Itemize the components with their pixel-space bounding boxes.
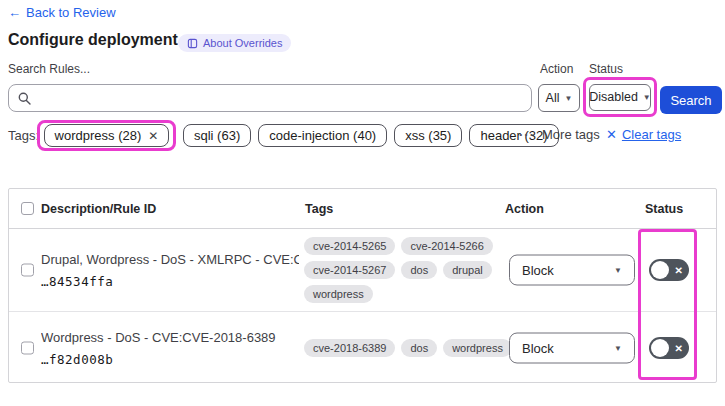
status-toggle[interactable]: ✕ bbox=[649, 259, 689, 281]
tag-chip: dos bbox=[401, 261, 437, 279]
table-header-row: Description/Rule ID Tags Action Status bbox=[9, 189, 716, 229]
clear-x-icon: ✕ bbox=[606, 127, 617, 142]
col-action: Action bbox=[505, 202, 544, 216]
action-select[interactable]: Block ▼ bbox=[509, 255, 635, 286]
tag-filter-wordpress[interactable]: wordpress (28) ✕ bbox=[44, 124, 170, 147]
search-icon bbox=[18, 92, 31, 105]
action-select-value: Block bbox=[522, 263, 554, 278]
tag-filter[interactable]: sqli (63) bbox=[183, 124, 251, 147]
tags-label: Tags: bbox=[8, 128, 39, 143]
action-filter-label: Action bbox=[540, 62, 573, 76]
action-filter-value: All bbox=[546, 91, 560, 105]
action-select[interactable]: Block ▼ bbox=[509, 332, 635, 363]
tag-filter-list: sqli (63)code-injection (40)xss (35)head… bbox=[183, 124, 559, 147]
toggle-knob bbox=[651, 339, 669, 357]
col-tags: Tags bbox=[305, 202, 333, 216]
selected-tag-highlight: wordpress (28) ✕ bbox=[37, 120, 176, 151]
row-action-cell: Block ▼ bbox=[509, 255, 635, 286]
row-checkbox[interactable] bbox=[21, 264, 34, 277]
more-tags-label: More tags bbox=[542, 127, 600, 142]
back-link-label: Back to Review bbox=[26, 5, 116, 20]
table-row: Drupal, Wordpress - DoS - XMLRPC - CVE:C… bbox=[9, 229, 716, 312]
tag-chip: wordpress bbox=[304, 285, 373, 303]
row-description: Wordpress - DoS - CVE:CVE-2018-6389 bbox=[41, 329, 299, 344]
clear-tags-link[interactable]: ✕ Clear tags bbox=[606, 127, 681, 142]
row-checkbox[interactable] bbox=[21, 341, 34, 354]
tag-chip: dos bbox=[401, 339, 437, 357]
select-all-checkbox[interactable] bbox=[21, 202, 34, 215]
row-rule-id: …84534ffa bbox=[41, 274, 299, 289]
row-rule-id: …f82d008b bbox=[41, 351, 299, 366]
status-filter-highlight: Disabled ▼ bbox=[583, 77, 657, 117]
table-rows: Drupal, Wordpress - DoS - XMLRPC - CVE:C… bbox=[9, 229, 716, 383]
row-tags: cve-2014-5265cve-2014-5266cve-2014-5267d… bbox=[304, 237, 516, 303]
status-filter-select[interactable]: Disabled ▼ bbox=[589, 84, 651, 111]
tag-chip: cve-2014-5266 bbox=[401, 237, 492, 255]
chevron-down-icon: ▼ bbox=[564, 94, 572, 103]
row-status-cell: ✕ bbox=[649, 259, 689, 281]
tag-filter-label: wordpress (28) bbox=[55, 128, 142, 143]
row-action-cell: Block ▼ bbox=[509, 332, 635, 363]
action-select-value: Block bbox=[522, 340, 554, 355]
about-overrides-label: About Overrides bbox=[203, 37, 282, 49]
row-status-cell: ✕ bbox=[649, 337, 689, 359]
status-filter-value: Disabled bbox=[589, 90, 638, 104]
col-description: Description/Rule ID bbox=[41, 202, 156, 216]
back-to-review-link[interactable]: ← Back to Review bbox=[8, 5, 116, 20]
ellipsis-icon: ··· bbox=[519, 127, 535, 142]
row-description: Drupal, Wordpress - DoS - XMLRPC - CVE:C… bbox=[41, 252, 299, 267]
row-description-cell: Wordpress - DoS - CVE:CVE-2018-6389 …f82… bbox=[41, 329, 299, 366]
tag-chip: wordpress bbox=[443, 339, 512, 357]
row-description-cell: Drupal, Wordpress - DoS - XMLRPC - CVE:C… bbox=[41, 252, 299, 289]
book-icon bbox=[187, 38, 198, 49]
toggle-x-icon: ✕ bbox=[675, 265, 683, 276]
action-filter-select[interactable]: All ▼ bbox=[538, 84, 580, 112]
rules-table: Description/Rule ID Tags Action Status D… bbox=[8, 188, 717, 383]
search-box[interactable] bbox=[8, 84, 532, 112]
toggle-x-icon: ✕ bbox=[675, 342, 683, 353]
toggle-knob bbox=[651, 261, 669, 279]
tag-filter[interactable]: xss (35) bbox=[394, 124, 462, 147]
search-rules-label: Search Rules... bbox=[8, 62, 90, 76]
tag-chip: cve-2018-6389 bbox=[304, 339, 395, 357]
status-filter-label: Status bbox=[589, 62, 623, 76]
search-button[interactable]: Search bbox=[660, 86, 722, 114]
page-title: Configure deployment bbox=[8, 31, 178, 49]
chevron-down-icon: ▼ bbox=[643, 93, 651, 102]
tag-chip: drupal bbox=[443, 261, 492, 279]
chevron-down-icon: ▼ bbox=[614, 343, 622, 352]
chevron-down-icon: ▼ bbox=[614, 266, 622, 275]
status-toggle[interactable]: ✕ bbox=[649, 337, 689, 359]
search-input[interactable] bbox=[37, 91, 531, 106]
back-arrow-icon: ← bbox=[8, 5, 21, 20]
table-row: Wordpress - DoS - CVE:CVE-2018-6389 …f82… bbox=[9, 312, 716, 383]
row-tags: cve-2018-6389doswordpress bbox=[304, 339, 516, 357]
clear-tags-label: Clear tags bbox=[622, 127, 681, 142]
tag-chip: cve-2014-5265 bbox=[304, 237, 395, 255]
tag-chip: cve-2014-5267 bbox=[304, 261, 395, 279]
col-status: Status bbox=[645, 202, 683, 216]
remove-tag-icon[interactable]: ✕ bbox=[148, 129, 158, 143]
tag-filter[interactable]: code-injection (40) bbox=[258, 124, 387, 147]
more-tags-button[interactable]: ··· More tags bbox=[519, 127, 600, 142]
about-overrides-badge[interactable]: About Overrides bbox=[178, 34, 291, 52]
